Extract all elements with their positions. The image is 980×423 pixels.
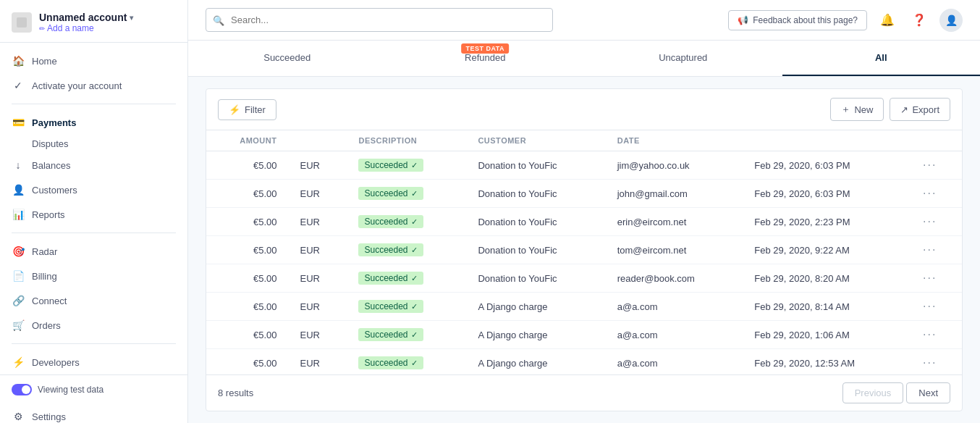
status-badge: Succeeded ✓: [358, 356, 423, 369]
account-name[interactable]: Unnamed account ▾: [39, 12, 133, 23]
status-badge: Succeeded ✓: [358, 272, 423, 285]
cell-customer[interactable]: a@a.com: [606, 349, 743, 375]
cell-status: Succeeded ✓: [347, 293, 466, 321]
search-input[interactable]: [206, 8, 553, 32]
cell-customer[interactable]: a@a.com: [606, 321, 743, 349]
add-name-link[interactable]: Add a name: [39, 23, 133, 33]
check-icon: ✓: [411, 161, 418, 170]
avatar[interactable]: 👤: [939, 9, 963, 32]
cell-more[interactable]: ···: [911, 151, 962, 180]
more-button[interactable]: ···: [923, 328, 950, 341]
table-row[interactable]: €5.00 EUR Succeeded ✓ Donation to YouFic…: [206, 236, 962, 264]
more-button[interactable]: ···: [923, 356, 950, 369]
cell-currency: EUR: [288, 321, 347, 349]
more-button[interactable]: ···: [923, 159, 950, 172]
filter-bar: ⚡ Filter ＋ New ↗ Export: [206, 89, 962, 130]
sidebar-item-settings[interactable]: ⚙ Settings: [0, 404, 187, 423]
cell-customer[interactable]: john@gmail.com: [606, 180, 743, 208]
col-customer: CUSTOMER: [466, 130, 605, 151]
cell-more[interactable]: ···: [911, 236, 962, 264]
radar-icon: 🎯: [12, 245, 25, 258]
table-row[interactable]: €5.00 EUR Succeeded ✓ A Django charge a@…: [206, 321, 962, 349]
tab-all[interactable]: All: [782, 41, 981, 76]
table-row[interactable]: €5.00 EUR Succeeded ✓ A Django charge a@…: [206, 293, 962, 321]
new-button[interactable]: ＋ New: [830, 98, 884, 121]
pagination: Previous Next: [842, 382, 950, 403]
filter-button[interactable]: ⚡ Filter: [218, 99, 276, 120]
status-badge: Succeeded ✓: [358, 243, 423, 256]
more-button[interactable]: ···: [923, 215, 950, 228]
search-icon: 🔍: [213, 14, 224, 25]
sidebar-item-payments[interactable]: 💳 Payments: [0, 110, 187, 135]
more-button[interactable]: ···: [923, 300, 950, 313]
sidebar-item-disputes[interactable]: Disputes: [0, 135, 187, 153]
cell-more[interactable]: ···: [911, 180, 962, 208]
cell-amount: €5.00: [206, 293, 288, 321]
cell-more[interactable]: ···: [911, 264, 962, 293]
cell-customer[interactable]: a@a.com: [606, 293, 743, 321]
help-button[interactable]: ❓: [908, 9, 931, 32]
payments-table-area: ⚡ Filter ＋ New ↗ Export: [206, 88, 963, 411]
cell-status: Succeeded ✓: [347, 236, 466, 264]
sidebar-item-billing[interactable]: 📄 Billing: [0, 264, 187, 288]
customers-icon: 👤: [12, 183, 25, 196]
cell-date: Feb 29, 2020, 2:23 PM: [743, 208, 911, 236]
cell-more[interactable]: ···: [911, 208, 962, 236]
previous-button[interactable]: Previous: [842, 382, 904, 403]
cell-description: Donation to YouFic: [466, 180, 605, 208]
feedback-button[interactable]: 📢 Feedback about this page?: [728, 10, 867, 30]
sidebar-item-home[interactable]: 🏠 Home: [0, 49, 187, 73]
sidebar-item-label: Radar: [32, 246, 57, 257]
table-row[interactable]: €5.00 EUR Succeeded ✓ A Django charge a@…: [206, 349, 962, 375]
test-data-toggle[interactable]: [12, 384, 32, 395]
table-row[interactable]: €5.00 EUR Succeeded ✓ Donation to YouFic…: [206, 208, 962, 236]
sidebar-item-customers[interactable]: 👤 Customers: [0, 177, 187, 202]
sidebar-header: Unnamed account ▾ Add a name: [0, 0, 187, 43]
nav-divider-2: [12, 233, 176, 233]
check-icon: ✓: [411, 217, 418, 227]
sidebar-item-orders[interactable]: 🛒 Orders: [0, 313, 187, 338]
next-button[interactable]: Next: [906, 382, 950, 403]
test-data-toggle-row: Viewing test data: [12, 384, 176, 395]
col-actions: [743, 130, 911, 151]
export-button[interactable]: ↗ Export: [890, 98, 950, 121]
more-button[interactable]: ···: [923, 272, 950, 285]
tab-refunded-label: Refunded: [465, 52, 505, 63]
cell-customer[interactable]: reader@book.com: [606, 264, 743, 293]
tab-succeeded[interactable]: Succeeded: [188, 41, 386, 76]
filter-icon: ⚡: [229, 104, 240, 115]
cell-customer[interactable]: erin@eircom.net: [606, 208, 743, 236]
table-row[interactable]: €5.00 EUR Succeeded ✓ Donation to YouFic…: [206, 180, 962, 208]
notifications-button[interactable]: 🔔: [876, 9, 899, 32]
cell-customer[interactable]: tom@eircom.net: [606, 236, 743, 264]
cell-description: A Django charge: [466, 293, 605, 321]
cell-date: Feb 29, 2020, 6:03 PM: [743, 180, 911, 208]
sidebar-item-balances[interactable]: ↓ Balances: [0, 153, 187, 177]
cell-currency: EUR: [288, 264, 347, 293]
table-scroll[interactable]: AMOUNT DESCRIPTION CUSTOMER DATE €5.00 E…: [206, 130, 962, 374]
table-body: €5.00 EUR Succeeded ✓ Donation to YouFic…: [206, 151, 962, 375]
sidebar-item-reports[interactable]: 📊 Reports: [0, 202, 187, 227]
cell-more[interactable]: ···: [911, 321, 962, 349]
content-area: Succeeded Refunded TEST DATA Uncaptured …: [188, 41, 980, 423]
megaphone-icon: 📢: [738, 15, 748, 25]
cell-amount: €5.00: [206, 236, 288, 264]
cell-more[interactable]: ···: [911, 293, 962, 321]
filter-label: Filter: [245, 104, 266, 115]
sidebar-item-activate[interactable]: ✓ Activate your account: [0, 73, 187, 98]
search-wrapper: 🔍: [206, 8, 553, 32]
cell-customer[interactable]: jim@yahoo.co.uk: [606, 151, 743, 180]
table-row[interactable]: €5.00 EUR Succeeded ✓ Donation to YouFic…: [206, 264, 962, 293]
table-row[interactable]: €5.00 EUR Succeeded ✓ Donation to YouFic…: [206, 151, 962, 180]
col-currency: [288, 130, 347, 151]
account-info: Unnamed account ▾ Add a name: [39, 12, 133, 33]
sidebar-item-connect[interactable]: 🔗 Connect: [0, 288, 187, 313]
sidebar-item-developers[interactable]: ⚡ Developers: [0, 350, 187, 374]
tab-refunded[interactable]: Refunded TEST DATA: [386, 41, 585, 76]
action-buttons: ＋ New ↗ Export: [830, 98, 950, 121]
more-button[interactable]: ···: [923, 187, 950, 200]
cell-more[interactable]: ···: [911, 349, 962, 375]
tab-uncaptured[interactable]: Uncaptured: [584, 41, 782, 76]
more-button[interactable]: ···: [923, 243, 950, 256]
sidebar-item-radar[interactable]: 🎯 Radar: [0, 239, 187, 264]
